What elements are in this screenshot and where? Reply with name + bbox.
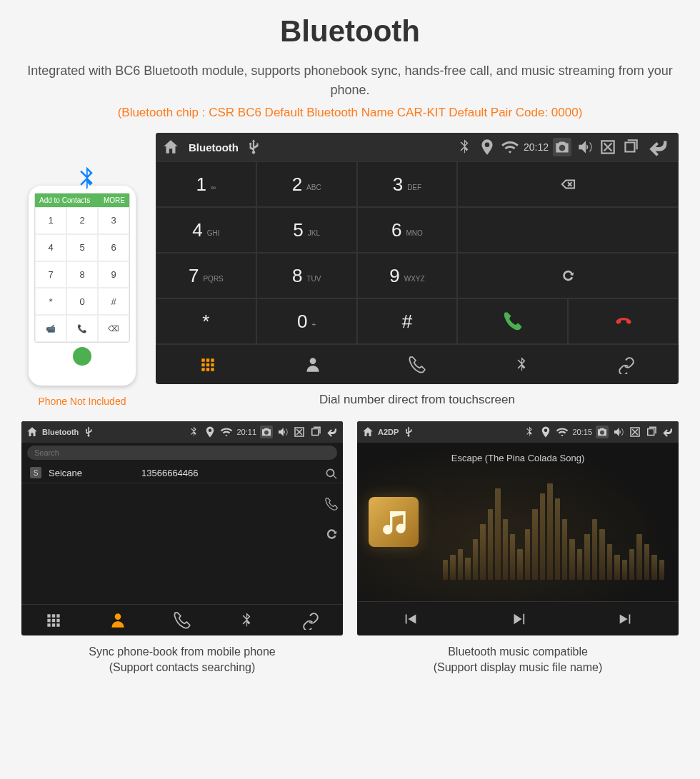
back-icon[interactable]: [661, 426, 674, 438]
redial-button[interactable]: [457, 253, 679, 298]
dialer-screen: Bluetooth 20:12 1∞2ABC3: [156, 133, 679, 384]
next-track-button[interactable]: [571, 602, 679, 635]
location-icon: [478, 138, 496, 156]
bluetooth-status-icon: [455, 138, 474, 156]
bluetooth-status-icon: [187, 426, 200, 438]
tab-dialpad[interactable]: [156, 345, 260, 384]
tab-recent-calls[interactable]: [365, 345, 469, 384]
location-icon: [539, 426, 552, 438]
dial-key-4[interactable]: 4GHI: [156, 207, 256, 253]
phone-note: Phone Not Included: [21, 396, 143, 407]
prev-track-button[interactable]: [357, 602, 464, 635]
tab-recent-calls[interactable]: [150, 605, 214, 635]
phone-key: 6: [98, 234, 129, 261]
volume-icon[interactable]: [612, 426, 625, 438]
wifi-icon: [220, 426, 233, 438]
tab-pair[interactable]: [279, 605, 343, 635]
tab-contacts[interactable]: [86, 605, 150, 635]
wifi-icon: [501, 138, 519, 156]
phone-key: 2: [66, 207, 98, 234]
status-time: 20:15: [572, 428, 592, 436]
bluetooth-icon: [71, 164, 101, 199]
dial-key-#[interactable]: #: [357, 298, 458, 344]
screenshot-icon[interactable]: [596, 426, 609, 438]
dial-key-5[interactable]: 5JKL: [256, 207, 357, 253]
back-icon[interactable]: [644, 138, 673, 156]
sync-icon[interactable]: [324, 527, 339, 544]
contact-number: 13566664466: [141, 468, 199, 478]
screenshot-icon[interactable]: [553, 138, 571, 156]
phone-key: 1: [35, 207, 66, 234]
close-icon[interactable]: [293, 426, 306, 438]
phonebook-screen: Bluetooth 20:11: [21, 421, 343, 635]
tab-contacts[interactable]: [260, 345, 364, 384]
hangup-button[interactable]: [568, 298, 679, 344]
dial-key-7[interactable]: 7PQRS: [156, 253, 256, 298]
recent-apps-icon[interactable]: [645, 426, 658, 438]
music-note-icon: [369, 497, 419, 547]
dial-key-9[interactable]: 9WXYZ: [357, 253, 458, 298]
dial-key-3[interactable]: 3DEF: [357, 161, 458, 207]
location-icon: [204, 426, 216, 438]
dial-key-6[interactable]: 6MNO: [357, 207, 458, 253]
home-icon[interactable]: [26, 426, 39, 438]
phone-key: 4: [35, 234, 66, 261]
phone-key: 5: [66, 234, 98, 261]
dial-key-8[interactable]: 8TUV: [256, 253, 357, 298]
close-icon[interactable]: [629, 426, 641, 438]
search-input[interactable]: [27, 446, 337, 460]
tab-bluetooth[interactable]: [214, 605, 279, 635]
phonebook-caption: Sync phone-book from mobile phone(Suppor…: [21, 644, 343, 676]
volume-icon[interactable]: [576, 138, 594, 156]
home-icon[interactable]: [361, 426, 374, 438]
back-icon[interactable]: [326, 426, 339, 438]
play-pause-button[interactable]: [464, 602, 571, 635]
phone-key: 8: [66, 261, 98, 288]
contact-badge: S: [30, 467, 41, 478]
usb-icon: [244, 138, 263, 156]
status-time: 20:11: [236, 428, 256, 436]
phone-key: *: [35, 288, 66, 315]
tab-pair[interactable]: [574, 345, 679, 384]
phone-key: 0: [66, 288, 98, 315]
equalizer-visual: [443, 478, 664, 580]
dial-key-2[interactable]: 2ABC: [256, 161, 357, 207]
wifi-icon: [556, 426, 569, 438]
phone-home-button: [73, 347, 91, 366]
bluetooth-status-icon: [523, 426, 536, 438]
status-title: Bluetooth: [189, 141, 239, 154]
song-title: Escape (The Pina Colada Song): [357, 453, 679, 463]
page-title: Bluetooth: [21, 14, 679, 49]
search-icon[interactable]: [324, 467, 339, 484]
status-bar: Bluetooth 20:12: [156, 133, 679, 161]
status-time: 20:12: [524, 141, 549, 153]
page-subtitle: Integrated with BC6 Bluetooth module, su…: [21, 61, 679, 100]
phone-more: MORE: [104, 196, 125, 204]
contact-row[interactable]: S Seicane 13566664466: [21, 463, 343, 483]
tab-dialpad[interactable]: [21, 605, 86, 635]
call-icon[interactable]: [324, 497, 339, 514]
recent-apps-icon[interactable]: [621, 138, 640, 156]
recent-apps-icon[interactable]: [309, 426, 322, 438]
dial-key-0[interactable]: 0+: [256, 298, 357, 344]
status-title: A2DP: [378, 428, 399, 436]
phone-mockup: Add to ContactsMORE 123456789*0#📹📞⌫: [29, 186, 136, 386]
screenshot-icon[interactable]: [260, 426, 273, 438]
music-caption: Bluetooth music compatible(Support displ…: [357, 644, 679, 676]
phone-key: 9: [98, 261, 129, 288]
phone-key: #: [98, 288, 129, 315]
dialer-caption: Dial number direct from touchscreen: [156, 393, 679, 407]
tab-bluetooth[interactable]: [469, 345, 574, 384]
close-icon[interactable]: [599, 138, 617, 156]
usb-icon: [402, 426, 415, 438]
bluetooth-specs: (Bluetooth chip : CSR BC6 Default Blueto…: [21, 106, 679, 120]
status-title: Bluetooth: [42, 428, 79, 436]
dial-key-*[interactable]: *: [156, 298, 256, 344]
phone-key: 3: [98, 207, 129, 234]
empty: [457, 207, 679, 253]
usb-icon: [82, 426, 95, 438]
home-icon[interactable]: [161, 138, 180, 156]
call-button[interactable]: [457, 298, 568, 344]
volume-icon[interactable]: [276, 426, 289, 438]
music-screen: A2DP 20:15 Escape (The Pina Colada Song): [357, 421, 679, 635]
